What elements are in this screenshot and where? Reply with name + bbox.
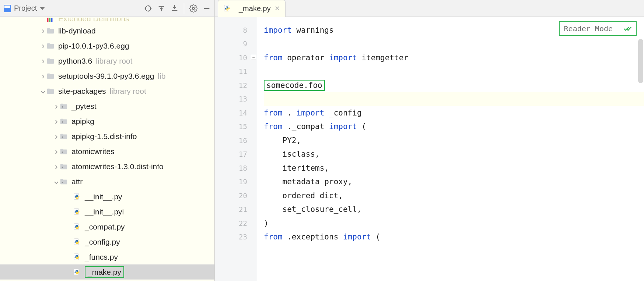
python-file-icon	[73, 193, 81, 201]
tree-row[interactable]: _make.py	[0, 264, 214, 280]
project-dropdown[interactable]: Project	[4, 4, 45, 13]
tree-row[interactable]: setuptools-39.1.0-py3.6.egglib	[0, 68, 214, 83]
code-line[interactable]: )	[264, 216, 644, 230]
chevron-down-icon[interactable]	[53, 180, 60, 184]
text-token: warnings	[292, 26, 334, 35]
text-token: PY2,	[264, 136, 301, 145]
folder-icon	[60, 117, 68, 125]
library-root-badge: library root	[110, 87, 146, 96]
reader-mode-badge[interactable]: Reader Mode	[559, 21, 637, 36]
line-number: 18	[239, 161, 247, 175]
line-number: 17	[239, 147, 247, 161]
text-token: ._compat	[283, 122, 329, 131]
tree-label: apipkg-1.5.dist-info	[71, 132, 137, 141]
chevron-down-icon[interactable]	[40, 89, 46, 93]
line-number: 10	[239, 51, 247, 65]
chevron-right-icon[interactable]	[40, 43, 46, 49]
chevron-right-icon[interactable]	[53, 148, 60, 155]
code-line[interactable]: from ._compat import (	[264, 120, 644, 134]
code-line[interactable]: from operator import itemgetter	[264, 51, 644, 65]
chevron-right-icon[interactable]	[53, 163, 60, 170]
chevron-right-icon[interactable]	[40, 73, 46, 79]
locate-icon[interactable]	[144, 4, 152, 13]
scrollbar[interactable]	[638, 39, 643, 83]
library-icon	[46, 18, 55, 23]
chevron-right-icon[interactable]	[40, 28, 46, 34]
text-token: isclass,	[264, 150, 320, 159]
tree-row[interactable]: atomicwrites-1.3.0.dist-info	[0, 159, 214, 174]
tree-row[interactable]: _funcs.py	[0, 249, 214, 264]
chevron-right-icon[interactable]	[53, 133, 60, 140]
close-icon[interactable]: ✕	[274, 4, 280, 13]
tree-label: _funcs.py	[85, 253, 118, 262]
tree-label: __init__.py	[85, 192, 122, 201]
folder-icon	[46, 87, 55, 95]
text-token: .	[283, 109, 297, 117]
line-number: 23	[239, 230, 247, 244]
code-line[interactable]: ordered_dict,	[264, 189, 644, 203]
svg-point-14	[62, 106, 63, 108]
code-line[interactable]: somecode.foo	[264, 78, 644, 92]
code-line[interactable]: PY2,	[264, 134, 644, 147]
editor-area: _make.py ✕ 89101112131415161718192021222…	[215, 0, 644, 281]
code-line[interactable]: metadata_proxy,	[264, 175, 644, 189]
tree-row[interactable]: _pytest	[0, 99, 214, 114]
collapse-all-icon[interactable]	[171, 4, 179, 13]
line-number: 15	[239, 120, 247, 134]
text-token: set_closure_cell,	[264, 205, 362, 214]
code-line[interactable]	[264, 37, 644, 51]
code-line[interactable]: isclass,	[264, 147, 644, 161]
tree-row[interactable]: site-packageslibrary root	[0, 83, 214, 99]
folder-icon	[60, 163, 68, 171]
code-line[interactable]: iteritems,	[264, 161, 644, 175]
chevron-right-icon[interactable]	[53, 118, 60, 125]
code-line[interactable]: from . import _config	[264, 106, 644, 120]
text-token: itemgetter	[357, 53, 408, 62]
tabs-bar: _make.py ✕	[215, 0, 644, 17]
chevron-right-icon[interactable]	[40, 58, 46, 64]
project-tree[interactable]: Extended Definitionslib-dynloadpip-10.0.…	[0, 17, 214, 281]
text-token: iteritems,	[264, 164, 329, 172]
python-file-icon	[73, 238, 81, 246]
fold-icon[interactable]: −	[251, 55, 256, 60]
code-editor[interactable]: Reader Mode import warnings−from operato…	[257, 17, 644, 281]
tree-row[interactable]: python3.6library root	[0, 53, 214, 68]
tree-row[interactable]: _compat.py	[0, 219, 214, 234]
line-number: 22	[239, 216, 247, 230]
svg-point-15	[62, 121, 63, 123]
line-number: 11	[239, 65, 247, 79]
tree-row[interactable]: pip-10.0.1-py3.6.egg	[0, 38, 214, 53]
code-line[interactable]: set_closure_cell,	[264, 203, 644, 217]
python-file-icon	[223, 4, 231, 13]
chevron-right-icon[interactable]	[53, 103, 60, 110]
tree-label: apipkg	[71, 117, 94, 126]
tree-row[interactable]: _config.py	[0, 234, 214, 249]
text-token: metadata_proxy,	[264, 177, 352, 186]
tree-row[interactable]: apipkg-1.5.dist-info	[0, 129, 214, 144]
tab-make-py[interactable]: _make.py ✕	[218, 0, 286, 17]
tree-row[interactable]: Extended Definitions	[0, 18, 214, 23]
expand-all-icon[interactable]	[157, 4, 165, 13]
tree-row[interactable]: attr	[0, 174, 214, 189]
keyword-token: import	[343, 232, 371, 241]
line-number: 14	[239, 106, 247, 120]
tree-row[interactable]: __init__.py	[0, 189, 214, 204]
code-line[interactable]	[264, 92, 644, 106]
chevron-down-icon	[40, 7, 45, 10]
tree-row[interactable]: apipkg	[0, 114, 214, 129]
text-token: .exceptions	[283, 232, 343, 241]
text-token: )	[264, 219, 269, 228]
tree-row[interactable]: __init__.pyi	[0, 204, 214, 219]
tree-row[interactable]: atomicwrites	[0, 144, 214, 159]
gear-icon[interactable]	[189, 4, 197, 13]
folder-icon	[60, 147, 68, 156]
line-number: 8	[243, 23, 247, 37]
python-file-icon	[73, 253, 81, 261]
text-token: ordered_dict,	[264, 191, 343, 200]
minimize-icon[interactable]	[203, 4, 211, 13]
line-number: 13	[239, 92, 247, 106]
tree-label: setuptools-39.1.0-py3.6.egg	[58, 72, 154, 81]
code-line[interactable]	[264, 65, 644, 79]
code-line[interactable]: from .exceptions import (	[264, 230, 644, 244]
tree-row[interactable]: lib-dynload	[0, 23, 214, 38]
